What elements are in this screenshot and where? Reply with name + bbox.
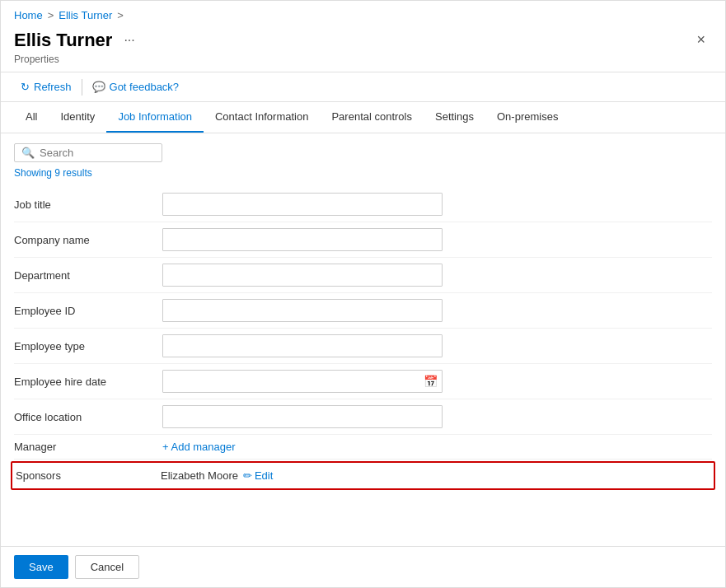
employee-type-value <box>162 334 712 357</box>
feedback-icon: 💬 <box>92 81 105 93</box>
page-title: Ellis Turner <box>14 30 112 51</box>
tab-identity[interactable]: Identity <box>49 102 106 133</box>
main-content: 🔍 Showing 9 results Job title Company na… <box>1 133 725 546</box>
sponsors-value: Elizabeth Moore ✏ Edit <box>161 469 273 482</box>
form-row-employee-id: Employee ID <box>14 293 712 329</box>
form-row-hire-date: Employee hire date 📅 <box>14 364 712 399</box>
employee-type-label: Employee type <box>14 340 162 352</box>
form-row-office-location: Office location <box>14 399 712 435</box>
header-left: Ellis Turner ··· <box>14 30 140 51</box>
office-location-value <box>162 405 712 428</box>
employee-type-input[interactable] <box>162 334 443 357</box>
edit-pencil-icon: ✏ <box>243 469 252 482</box>
edit-label: Edit <box>255 469 273 482</box>
hire-date-input[interactable] <box>162 370 443 393</box>
job-title-label: Job title <box>14 198 162 211</box>
search-wrapper: 🔍 <box>14 143 162 162</box>
date-input-wrapper: 📅 <box>162 370 443 393</box>
tabs-bar: All Identity Job Information Contact Inf… <box>1 102 725 133</box>
refresh-icon: ↻ <box>21 81 30 93</box>
breadcrumb-sep1: > <box>48 9 54 21</box>
tab-all[interactable]: All <box>14 102 49 133</box>
refresh-button[interactable]: ↻ Refresh <box>14 77 78 96</box>
office-location-input[interactable] <box>162 405 443 428</box>
results-count: Showing 9 results <box>14 167 712 179</box>
tab-on-premises[interactable]: On-premises <box>485 102 569 133</box>
company-name-value <box>162 228 712 251</box>
tab-settings[interactable]: Settings <box>424 102 485 133</box>
hire-date-value: 📅 <box>162 370 712 393</box>
form-row-company-name: Company name <box>14 222 712 258</box>
company-name-input[interactable] <box>162 228 443 251</box>
breadcrumb-home[interactable]: Home <box>14 9 43 21</box>
search-icon: 🔍 <box>21 147 35 159</box>
tab-parental-controls[interactable]: Parental controls <box>320 102 424 133</box>
form-row-department: Department <box>14 258 712 293</box>
breadcrumb: Home > Ellis Turner > <box>1 1 725 25</box>
ellipsis-button[interactable]: ··· <box>119 31 139 49</box>
search-input[interactable] <box>40 147 155 159</box>
toolbar: ↻ Refresh 💬 Got feedback? <box>1 72 725 102</box>
page-container: Home > Ellis Turner > Ellis Turner ··· ×… <box>0 0 726 588</box>
company-name-label: Company name <box>14 234 162 246</box>
page-header: Ellis Turner ··· × <box>1 25 725 54</box>
office-location-label: Office location <box>14 411 162 423</box>
employee-id-label: Employee ID <box>14 305 162 317</box>
department-value <box>162 264 712 287</box>
job-title-input[interactable] <box>162 193 443 216</box>
manager-value: + Add manager <box>162 441 712 453</box>
refresh-label: Refresh <box>34 81 72 93</box>
feedback-button[interactable]: 💬 Got feedback? <box>86 77 186 96</box>
page-subtitle: Properties <box>1 54 725 72</box>
feedback-label: Got feedback? <box>110 81 180 93</box>
department-input[interactable] <box>162 264 443 287</box>
breadcrumb-ellis-turner[interactable]: Ellis Turner <box>59 9 112 21</box>
employee-id-value <box>162 299 712 322</box>
job-title-value <box>162 193 712 216</box>
form-row-employee-type: Employee type <box>14 329 712 364</box>
tab-job-information[interactable]: Job Information <box>106 102 204 133</box>
department-label: Department <box>14 269 162 282</box>
manager-label: Manager <box>14 441 162 453</box>
tab-contact-information[interactable]: Contact Information <box>204 102 320 133</box>
sponsors-label: Sponsors <box>16 469 161 482</box>
sponsors-person-name: Elizabeth Moore <box>161 469 238 482</box>
employee-id-input[interactable] <box>162 299 443 322</box>
cancel-button[interactable]: Cancel <box>75 555 139 579</box>
close-button[interactable]: × <box>690 28 712 52</box>
footer: Save Cancel <box>1 546 725 587</box>
form-row-manager: Manager + Add manager <box>14 435 712 460</box>
form-row-sponsors: Sponsors Elizabeth Moore ✏ Edit <box>11 461 715 490</box>
add-manager-button[interactable]: + Add manager <box>162 441 236 453</box>
form-row-job-title: Job title <box>14 187 712 222</box>
sponsors-edit-button[interactable]: ✏ Edit <box>243 469 273 482</box>
save-button[interactable]: Save <box>14 555 68 579</box>
breadcrumb-sep2: > <box>117 9 124 21</box>
hire-date-label: Employee hire date <box>14 376 162 388</box>
toolbar-divider <box>82 79 82 96</box>
